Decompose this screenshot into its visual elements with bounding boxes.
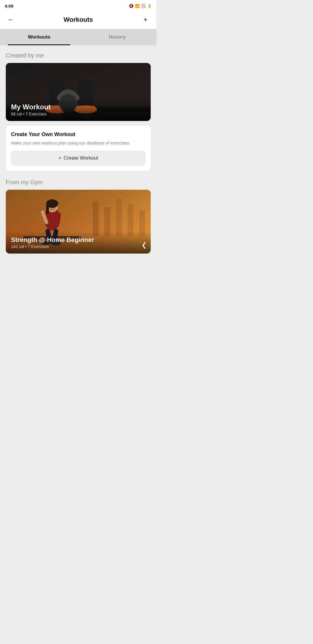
main-content: Created by me bbox=[0, 45, 156, 171]
status-icons: 🔇 📶 🚫 🔋 bbox=[129, 4, 152, 8]
gym-card-title: Strength @ Home Beginner bbox=[11, 236, 145, 244]
svg-rect-23 bbox=[46, 204, 49, 214]
app-bar: ← Workouts + bbox=[0, 10, 156, 29]
status-time: 4:09 bbox=[5, 3, 13, 8]
wifi-icon: 📶 bbox=[135, 4, 140, 8]
section-label-from-my-gym: From my Gym bbox=[6, 179, 151, 186]
workout-card-overlay: My Workout 68 cal • 7 Exercises bbox=[6, 98, 151, 121]
create-card-description: Make your own workout plan using our dat… bbox=[11, 140, 145, 146]
mute-icon: 🔇 bbox=[129, 4, 134, 8]
battery-icon: 🔋 bbox=[147, 4, 152, 8]
add-button[interactable]: + bbox=[140, 15, 151, 25]
tab-history[interactable]: History bbox=[78, 29, 156, 45]
created-by-me-section: Created by me bbox=[6, 52, 151, 171]
dnd-icon: 🚫 bbox=[141, 4, 146, 8]
gym-card-overlay: Strength @ Home Beginner 142 cal • 7 Exe… bbox=[6, 231, 151, 254]
create-workout-button-label: Create Workout bbox=[64, 155, 98, 161]
tab-bar: Workouts History bbox=[0, 29, 156, 45]
from-my-gym-section: From my Gym bbox=[0, 179, 156, 254]
my-workout-card[interactable]: My Workout 68 cal • 7 Exercises bbox=[6, 63, 151, 121]
workout-calories: 68 cal bbox=[11, 112, 22, 116]
section-label-created-by-me: Created by me bbox=[6, 52, 151, 59]
gym-dot: • bbox=[25, 244, 28, 249]
workout-card-title: My Workout bbox=[11, 103, 145, 111]
create-workout-plus-icon: + bbox=[59, 155, 61, 161]
back-button[interactable]: ← bbox=[6, 15, 16, 25]
tab-workouts[interactable]: Workouts bbox=[0, 29, 78, 45]
gym-calories: 142 cal bbox=[11, 244, 24, 249]
workout-card-meta: 68 cal • 7 Exercises bbox=[11, 112, 145, 116]
create-workout-button[interactable]: + Create Workout bbox=[11, 151, 145, 166]
svg-rect-16 bbox=[116, 198, 122, 236]
status-bar: 4:09 🔇 📶 🚫 🔋 bbox=[0, 0, 156, 10]
create-card-title: Create Your Own Workout bbox=[11, 131, 145, 138]
workout-dot: • bbox=[23, 112, 24, 116]
gym-card-arrow-icon[interactable]: ❮ bbox=[141, 241, 147, 249]
gym-exercises: 7 Exercises bbox=[28, 244, 49, 249]
create-own-workout-card: Create Your Own Workout Make your own wo… bbox=[6, 126, 151, 171]
workout-exercises: 7 Exercises bbox=[26, 112, 46, 116]
gym-workout-card[interactable]: Strength @ Home Beginner 142 cal • 7 Exe… bbox=[6, 190, 151, 254]
gym-card-meta: 142 cal • 7 Exercises bbox=[11, 244, 145, 249]
svg-rect-14 bbox=[93, 201, 99, 236]
page-title: Workouts bbox=[63, 16, 93, 23]
